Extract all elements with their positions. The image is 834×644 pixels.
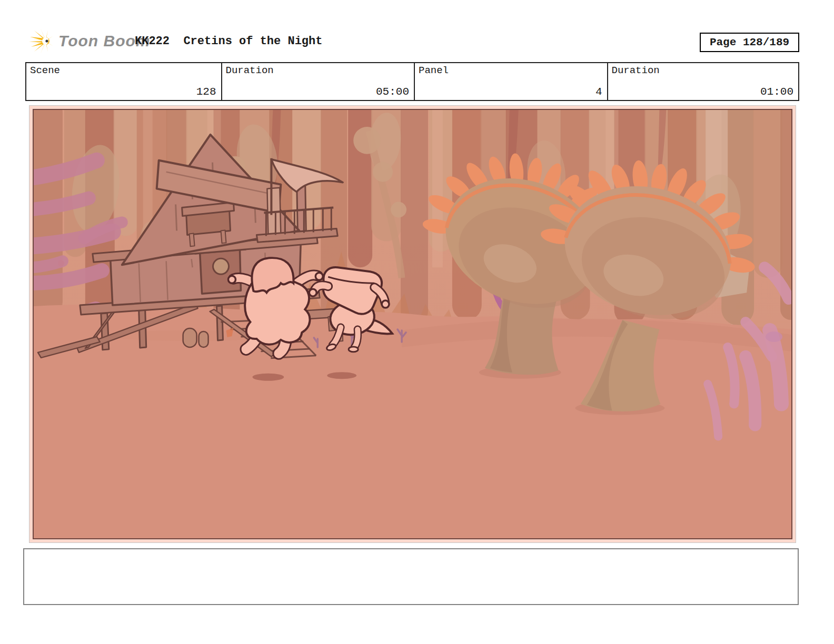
panel-label: Panel [415, 63, 607, 78]
scene-duration-value: 05:00 [376, 86, 409, 98]
caption-box [23, 548, 799, 605]
panel-duration-value: 01:00 [760, 86, 793, 98]
coral-blob [766, 331, 782, 342]
toonboom-starburst-icon [29, 27, 55, 55]
panel-value: 4 [595, 86, 602, 98]
table-cell-panel: Panel 4 [414, 63, 607, 100]
scene-duration-label: Duration [222, 63, 414, 78]
scene-label: Scene [26, 63, 221, 78]
storyboard-page: Toon Boom KK222 Cretins of the Night Pag… [0, 0, 834, 644]
panel-frame [29, 105, 796, 543]
table-cell-scene-duration: Duration 05:00 [221, 63, 414, 100]
toonboom-logo: Toon Boom [29, 27, 151, 55]
panel-duration-label: Duration [608, 63, 799, 78]
page-number-box: Page 128/189 [700, 33, 799, 52]
artwork-svg [34, 110, 791, 538]
table-cell-scene: Scene 128 [26, 63, 221, 100]
scene-value: 128 [196, 86, 216, 98]
table-cell-panel-duration: Duration 01:00 [607, 63, 799, 100]
storyboard-panel-artwork [33, 109, 792, 539]
panel-info-table: Scene 128 Duration 05:00 Panel 4 Duratio… [25, 62, 799, 101]
document-title: KK222 Cretins of the Night [135, 35, 322, 48]
